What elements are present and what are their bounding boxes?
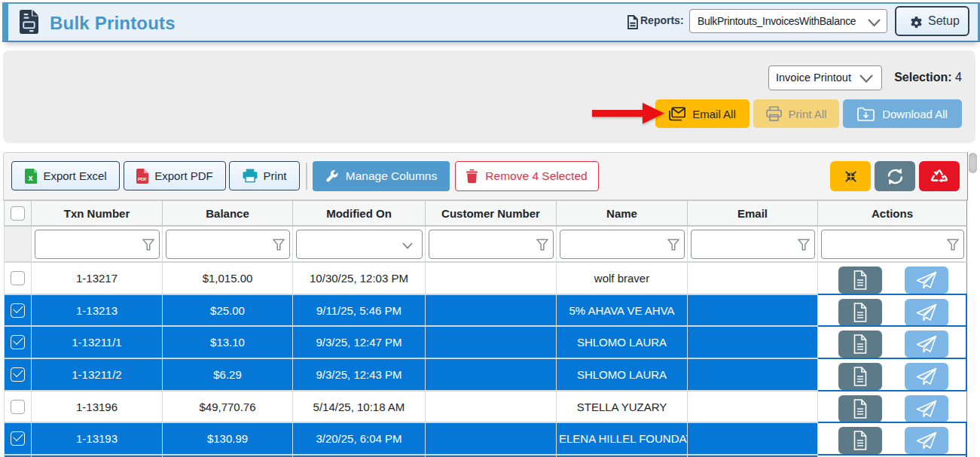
svg-text:PDF: PDF xyxy=(138,177,147,181)
svg-text:x: x xyxy=(29,173,34,182)
